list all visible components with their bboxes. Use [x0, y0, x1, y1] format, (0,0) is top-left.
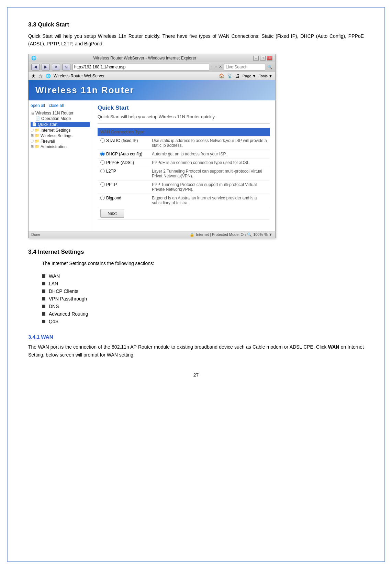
address-input[interactable]: [72, 64, 209, 70]
radio-dhcp: DHCP (Auto config): [100, 152, 146, 156]
sidebar-separator: |: [46, 103, 47, 108]
favorites2-icon[interactable]: ☆: [38, 73, 43, 79]
list-item-lan: LAN: [42, 281, 364, 286]
bullet-icon: [42, 305, 45, 308]
back-button[interactable]: ◀: [31, 64, 40, 70]
radio-static: STATIC (fixed IP): [100, 138, 146, 143]
l2tp-label: L2TP: [106, 169, 116, 174]
pptp-desc: PPP Tunneling Protocol can support multi…: [149, 180, 270, 194]
next-row: Next: [98, 207, 270, 219]
radio-pptp: PPTP: [100, 182, 146, 187]
favorites-icon[interactable]: ★: [31, 73, 36, 79]
list-item-routing: Advanced Routing: [42, 311, 364, 317]
status-zoom-percent: % ▼: [264, 232, 272, 237]
page-icon: 🌐: [46, 74, 51, 78]
forward-button[interactable]: ▶: [42, 64, 50, 70]
root-icon: 🖥: [31, 111, 34, 115]
wan-option-pppoe: PPPoE (ADSL) PPPoE is an common connecti…: [98, 158, 270, 167]
section-33-paragraph: Quick Start will help you setup Wireless…: [28, 32, 364, 48]
list-item-dhcp: DHCP Clients: [42, 288, 364, 294]
sidebar-item-administration[interactable]: ⊞ 📁 Administration: [31, 144, 90, 149]
plus-icon-3: ⊞: [31, 139, 34, 143]
folder-icon-4: 📁: [35, 133, 40, 138]
radio-pptp-input[interactable]: [100, 182, 105, 187]
folder-icon-1: 📄: [35, 116, 40, 121]
wan-option-dhcp: DHCP (Auto config) Automic get an ip add…: [98, 150, 270, 158]
browser-window: 🌐 Wireless Router WebServer - Windows In…: [28, 54, 276, 238]
pppoe-desc: PPPoE is an common connection type used …: [149, 158, 270, 167]
section-34: 3.4 Internet Settings The Internet Setti…: [28, 249, 364, 324]
list-item-wan-label: WAN: [49, 273, 60, 279]
wan-option-static: STATIC (fixed IP) Use static ip address …: [98, 136, 270, 150]
close-all-link[interactable]: close all: [49, 103, 64, 108]
restore-button[interactable]: □: [260, 56, 266, 61]
folder-icon-3: 📁: [35, 128, 40, 132]
browser-banner: Wireless 11n Router: [29, 80, 275, 100]
minimize-button[interactable]: −: [253, 56, 259, 61]
section-33-heading: 3.3 Quick Start: [28, 21, 364, 28]
section-341: 3.4.1 WAN The WAN port is the connection…: [28, 334, 364, 359]
list-item-dhcp-label: DHCP Clients: [49, 288, 78, 294]
radio-l2tp-input[interactable]: [100, 169, 105, 173]
bigpond-label: Bigpond: [106, 196, 121, 200]
wan-option-bigpond: Bigpond Bigpond is an Australian interne…: [98, 194, 270, 207]
plus-icon-2: ⊞: [31, 133, 34, 138]
pppoe-label: PPPoE (ADSL): [106, 160, 134, 165]
close-button[interactable]: ✕: [267, 56, 272, 61]
folder-icon-2: 📄: [32, 122, 37, 127]
refresh-button[interactable]: ↻: [62, 64, 70, 70]
refresh-icon: ✕: [219, 65, 222, 69]
tools-menu[interactable]: Tools ▼: [259, 74, 272, 78]
bullet-icon: [42, 297, 45, 300]
content-divider: [98, 123, 270, 124]
toolbar-rss-icon[interactable]: 📡: [227, 73, 233, 78]
toolbar-site-label: Wireless Router WebServer: [54, 74, 105, 78]
sidebar-item-internet-settings[interactable]: ⊞ 📁 Internet Settings: [31, 128, 90, 133]
sidebar-item-wireless-settings[interactable]: ⊞ 📁 Wireless Settings: [31, 133, 90, 138]
radio-dhcp-input[interactable]: [100, 152, 105, 156]
quick-start-label: Quick start: [38, 122, 57, 127]
bullet-icon: [42, 274, 45, 278]
wan-table-header: WAN Connection Type:: [98, 128, 270, 136]
bullet-icon: [42, 320, 45, 323]
bullet-icon: [42, 282, 45, 285]
status-center: Internet | Protected Mode: On: [196, 232, 246, 237]
plus-icon-4: ⊞: [31, 144, 34, 149]
pptp-label: PPTP: [106, 182, 117, 187]
folder-icon-6: 📁: [35, 144, 40, 149]
next-button[interactable]: Next: [100, 209, 124, 218]
firewall-label: Firewall: [41, 139, 55, 144]
dhcp-label: DHCP (Auto config): [106, 152, 142, 156]
bullet-list: WAN LAN DHCP Clients VPN Passthrough DNS…: [28, 273, 364, 324]
list-item-vpn-label: VPN Passthrough: [49, 296, 87, 302]
open-all-link[interactable]: open all: [31, 103, 45, 108]
go-icon: ⟶: [211, 65, 217, 69]
page-menu[interactable]: Page ▼: [243, 74, 256, 78]
list-item-qos-label: QoS: [49, 319, 58, 324]
content-subtitle: Quick Start will help you setup Wireless…: [98, 114, 270, 119]
toolbar-home-icon[interactable]: 🏠: [219, 73, 224, 78]
status-right: 🔒 Internet | Protected Mode: On 🔍 100% %…: [190, 232, 272, 237]
page-number: 27: [28, 372, 364, 378]
section-341-heading: 3.4.1 WAN: [28, 334, 364, 340]
list-item-routing-label: Advanced Routing: [49, 311, 88, 317]
status-zoom: 🔍: [247, 232, 252, 237]
browser-statusbar: Done 🔒 Internet | Protected Mode: On 🔍 1…: [29, 231, 275, 238]
sidebar-item-firewall[interactable]: ⊞ 📁 Firewall: [31, 139, 90, 144]
radio-pppoe-input[interactable]: [100, 160, 105, 165]
root-label: Wireless 11N Router: [35, 111, 74, 116]
radio-bigpond-input[interactable]: [100, 196, 105, 200]
wan-bold: WAN: [328, 344, 339, 350]
sidebar-item-operation-mode[interactable]: 📄 Operation Mode: [31, 116, 90, 121]
search-icon[interactable]: 🔍: [267, 65, 272, 69]
sidebar-item-quick-start[interactable]: 📄 Quick start: [31, 122, 90, 127]
radio-static-input[interactable]: [100, 138, 105, 143]
toolbar-print-icon[interactable]: 🖨: [235, 73, 240, 78]
sidebar-links: open all | close all: [31, 103, 90, 108]
administration-label: Administration: [41, 144, 67, 149]
sidebar-item-root[interactable]: 🖥 Wireless 11N Router: [31, 111, 90, 116]
status-left: Done: [31, 232, 40, 237]
search-input[interactable]: [224, 64, 265, 70]
operation-mode-label: Operation Mode: [41, 116, 71, 121]
stop-button[interactable]: ✕: [52, 64, 60, 70]
